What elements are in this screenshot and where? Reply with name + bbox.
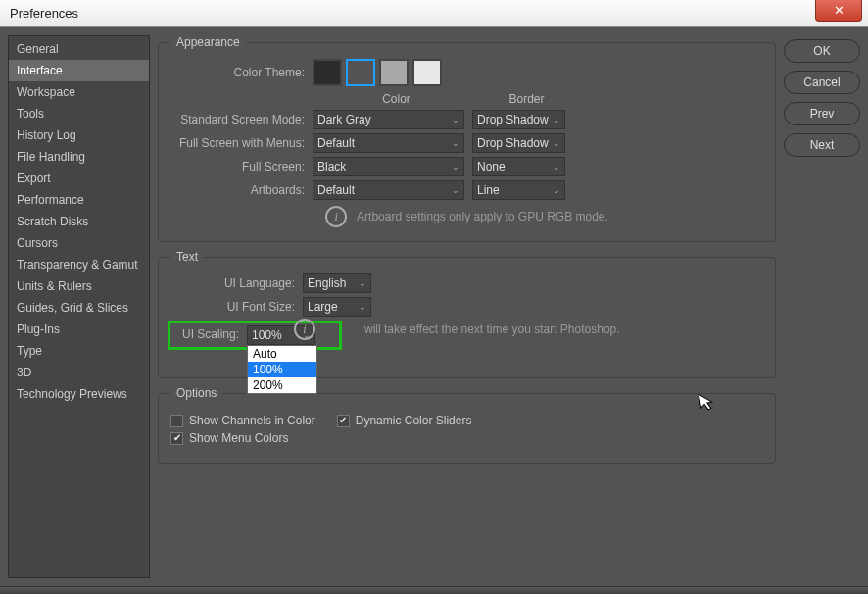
show-channels-checkbox[interactable]: Show Channels in Color [170, 414, 315, 427]
ui-scaling-dropdown: Auto100%200% [247, 345, 317, 394]
border-select[interactable]: Drop Shadow⌄ [472, 133, 565, 153]
text-legend: Text [170, 250, 204, 264]
appearance-row-label: Artboards: [170, 183, 313, 197]
window-footer [0, 586, 868, 594]
ui-fontsize-label: UI Font Size: [170, 300, 303, 314]
ui-scaling-label: UI Scaling: [172, 325, 247, 345]
color-select[interactable]: Black⌄ [313, 157, 464, 176]
cancel-button[interactable]: Cancel [784, 71, 860, 94]
chevron-down-icon: ⌄ [452, 138, 459, 148]
next-button[interactable]: Next [784, 133, 860, 157]
titlebar: Preferences ✕ [0, 0, 868, 27]
info-icon: i [325, 206, 347, 227]
theme-swatch-medium-dark[interactable] [346, 59, 375, 86]
chevron-down-icon: ⌄ [452, 185, 459, 195]
checkbox-icon [337, 415, 350, 427]
border-select[interactable]: Drop Shadow⌄ [472, 110, 565, 129]
color-select[interactable]: Dark Gray⌄ [313, 110, 464, 129]
chevron-down-icon: ⌄ [553, 115, 560, 124]
appearance-group: Appearance Color Theme: Color Border Sta… [158, 35, 776, 242]
chevron-down-icon: ⌄ [452, 115, 459, 124]
border-column-header: Border [480, 92, 573, 106]
scaling-option[interactable]: 100% [248, 362, 316, 377]
sidebar-item-history-log[interactable]: History Log [9, 124, 149, 146]
chevron-down-icon: ⌄ [359, 302, 366, 312]
sidebar-item-general[interactable]: General [9, 38, 149, 60]
info-icon: i [294, 319, 315, 340]
close-icon: ✕ [834, 3, 844, 18]
show-menu-colors-checkbox[interactable]: Show Menu Colors [170, 431, 288, 445]
chevron-down-icon: ⌄ [553, 185, 560, 195]
close-button[interactable]: ✕ [815, 0, 862, 22]
color-column-header: Color [320, 92, 472, 106]
sidebar-item-cursors[interactable]: Cursors [9, 232, 149, 254]
sidebar-item-transparency-gamut[interactable]: Transparency & Gamut [9, 254, 149, 275]
sidebar-item-interface[interactable]: Interface [9, 60, 149, 81]
sidebar-item-technology-previews[interactable]: Technology Previews [9, 383, 149, 405]
color-select[interactable]: Default⌄ [313, 180, 464, 200]
ui-language-label: UI Language: [170, 276, 303, 290]
theme-swatch-dark[interactable] [313, 59, 342, 86]
theme-swatch-medium-light[interactable] [379, 59, 409, 86]
appearance-info-text: Artboard settings only apply to GPU RGB … [357, 210, 608, 223]
sidebar-item-3d[interactable]: 3D [9, 362, 149, 383]
sidebar: GeneralInterfaceWorkspaceToolsHistory Lo… [8, 35, 150, 578]
sidebar-item-file-handling[interactable]: File Handling [9, 146, 149, 168]
border-select[interactable]: Line⌄ [472, 180, 565, 200]
sidebar-item-plug-ins[interactable]: Plug-Ins [9, 319, 149, 340]
ui-fontsize-select[interactable]: Large⌄ [303, 297, 371, 317]
ui-language-select[interactable]: English⌄ [303, 273, 371, 293]
appearance-legend: Appearance [170, 35, 246, 49]
checkbox-icon [170, 415, 183, 427]
scaling-option[interactable]: 200% [248, 377, 316, 393]
chevron-down-icon: ⌄ [553, 162, 560, 172]
ok-button[interactable]: OK [784, 39, 860, 63]
dynamic-sliders-checkbox[interactable]: Dynamic Color Sliders [337, 414, 472, 427]
chevron-down-icon: ⌄ [359, 278, 366, 288]
options-group: Options Show Channels in Color Dynamic C… [158, 386, 776, 464]
sidebar-item-scratch-disks[interactable]: Scratch Disks [9, 211, 149, 232]
border-select[interactable]: None⌄ [472, 157, 565, 176]
text-group: Text UI Language: English⌄ UI Font Size:… [158, 250, 776, 378]
appearance-row-label: Full Screen: [170, 160, 313, 173]
sidebar-item-workspace[interactable]: Workspace [9, 81, 149, 103]
sidebar-item-units-rulers[interactable]: Units & Rulers [9, 275, 149, 297]
sidebar-item-export[interactable]: Export [9, 168, 149, 189]
sidebar-item-guides-grid-slices[interactable]: Guides, Grid & Slices [9, 297, 149, 319]
color-theme-swatches [313, 59, 442, 86]
sidebar-item-performance[interactable]: Performance [9, 189, 149, 211]
appearance-row-label: Full Screen with Menus: [170, 136, 313, 150]
sidebar-item-type[interactable]: Type [9, 340, 149, 362]
sidebar-item-tools[interactable]: Tools [9, 103, 149, 124]
window-title: Preferences [10, 6, 78, 21]
color-select[interactable]: Default⌄ [313, 133, 464, 153]
appearance-row-label: Standard Screen Mode: [170, 113, 313, 126]
scaling-option[interactable]: Auto [248, 346, 316, 362]
checkbox-icon [170, 432, 183, 445]
prev-button[interactable]: Prev [784, 102, 860, 125]
text-info-text: will take effect the next time you start… [364, 322, 620, 336]
chevron-down-icon: ⌄ [553, 138, 560, 148]
color-theme-label: Color Theme: [170, 66, 313, 79]
options-legend: Options [170, 386, 222, 400]
ui-scaling-highlight: UI Scaling: 100%⌄ Auto100%200% [168, 321, 342, 350]
theme-swatch-light[interactable] [412, 59, 442, 86]
chevron-down-icon: ⌄ [452, 162, 459, 172]
